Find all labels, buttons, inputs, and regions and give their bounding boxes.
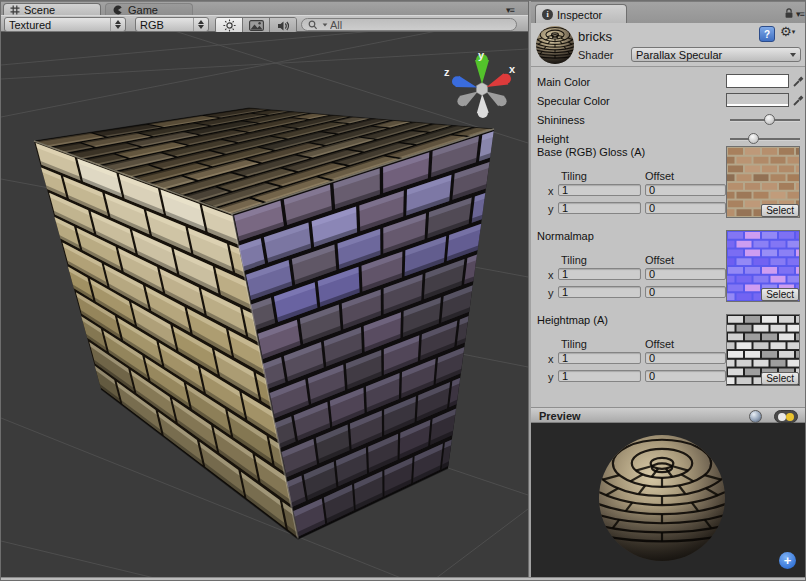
window-bottom-strip [1, 577, 806, 581]
material-sphere-thumbnail[interactable] [535, 25, 575, 65]
property-row-shininess: Shininess [531, 111, 806, 129]
slider-thumb[interactable] [748, 133, 759, 144]
material-header: bricks Shader Parallax Specular ? ⚙▾ [531, 23, 806, 67]
scene-tabstrip: Scene Game ▾≡ [1, 1, 528, 15]
search-icon [308, 20, 320, 30]
axis-gizmo[interactable]: yxz [444, 49, 516, 118]
heightmap-select-button[interactable]: Select [761, 372, 799, 385]
skybox-toggle-button[interactable] [243, 18, 270, 33]
eyedropper-icon[interactable] [792, 93, 805, 107]
tab-inspector-label: Inspector [557, 9, 602, 21]
scene-viewport[interactable]: yxz [1, 32, 528, 577]
specular-color-swatch[interactable] [726, 93, 789, 107]
scene-panel: Scene Game ▾≡ Textured RGB [1, 1, 528, 577]
normalmap-tiling-x-input[interactable] [558, 268, 641, 280]
search-filter-arrow-icon[interactable] [323, 23, 328, 26]
heightmap-offset-y-input[interactable] [645, 370, 726, 382]
map-section-base: Base (RGB) Gloss (A) Tiling Offset x y S… [531, 144, 806, 228]
material-preview-area[interactable]: + [531, 423, 806, 577]
slider-thumb[interactable] [764, 114, 775, 125]
property-row-specular-color: Specular Color [531, 92, 806, 110]
preview-sphere-button[interactable] [749, 410, 762, 423]
property-row-main-color: Main Color [531, 73, 806, 91]
help-icon[interactable]: ? [759, 26, 775, 42]
normalmap-offset-y-input[interactable] [645, 286, 726, 298]
tiling-header: Tiling [561, 170, 587, 182]
shader-dropdown[interactable]: Parallax Specular [631, 47, 801, 62]
main-color-label: Main Color [537, 76, 590, 88]
heightmap-tiling-y-input[interactable] [558, 370, 641, 382]
scene-3d-view[interactable]: yxz [1, 32, 528, 577]
preview-bar: Preview [531, 407, 806, 423]
tab-inspector[interactable]: i Inspector [535, 4, 627, 24]
gear-icon[interactable]: ⚙▾ [780, 24, 795, 39]
shininess-slider[interactable] [730, 111, 800, 129]
normalmap-select-button[interactable]: Select [761, 288, 799, 301]
svg-text:z: z [444, 66, 450, 78]
tiling-header: Tiling [561, 254, 587, 266]
map-section-heightmap: Heightmap (A) Tiling Offset x y Select [531, 312, 806, 396]
preview-sphere [531, 423, 806, 577]
channel-dropdown[interactable]: RGB [135, 17, 209, 32]
map-section-normalmap: Normalmap Tiling Offset x y Select [531, 228, 806, 312]
material-name: bricks [578, 29, 612, 44]
render-mode-dropdown[interactable]: Textured [4, 17, 126, 32]
shader-label: Shader [578, 49, 613, 61]
shininess-label: Shininess [537, 114, 585, 126]
base-texture-thumbnail[interactable]: Select [726, 146, 800, 218]
speaker-icon [277, 20, 290, 32]
base-offset-x-input[interactable] [645, 184, 726, 196]
inspector-tabstrip: i Inspector ▾≡ [531, 1, 806, 23]
offset-header: Offset [645, 170, 674, 182]
search-input[interactable] [330, 19, 510, 31]
normalmap-label: Normalmap [537, 230, 594, 242]
main-color-swatch[interactable] [726, 74, 789, 88]
render-mode-value: Textured [9, 19, 51, 31]
info-icon: i [542, 9, 553, 20]
svg-text:x: x [509, 63, 516, 75]
heightmap-offset-x-input[interactable] [645, 352, 726, 364]
offset-header: Offset [645, 254, 674, 266]
unity-editor-window: Scene Game ▾≡ Textured RGB [0, 0, 806, 581]
lighting-toggle-button[interactable] [216, 18, 243, 33]
base-select-button[interactable]: Select [761, 204, 799, 217]
scene-toolbar: Textured RGB [1, 15, 528, 32]
add-button[interactable]: + [779, 552, 796, 569]
tiling-header: Tiling [561, 338, 587, 350]
normalmap-texture-thumbnail[interactable]: Select [726, 230, 800, 302]
normalmap-offset-x-input[interactable] [645, 268, 726, 280]
scene-panel-menu-icon[interactable]: ▾≡ [506, 6, 514, 15]
svg-text:y: y [478, 49, 485, 61]
inspector-panel: i Inspector ▾≡ bricks Shader Parallax Sp… [531, 1, 806, 577]
updown-arrows-icon [193, 18, 204, 31]
shader-value: Parallax Specular [636, 49, 722, 61]
heightmap-tiling-x-input[interactable] [558, 352, 641, 364]
scene-search-box [301, 18, 517, 31]
eyedropper-icon[interactable] [792, 74, 805, 88]
inspector-panel-menu-icon[interactable]: ▾≡ [796, 10, 804, 19]
channel-value: RGB [140, 19, 164, 31]
lock-icon[interactable] [783, 7, 795, 19]
base-tiling-y-input[interactable] [558, 202, 641, 214]
image-icon [249, 20, 264, 31]
sun-icon [223, 19, 236, 32]
updown-arrows-icon [110, 18, 121, 31]
base-map-label: Base (RGB) Gloss (A) [537, 146, 645, 158]
preview-title: Preview [539, 410, 581, 422]
specular-color-label: Specular Color [537, 95, 610, 107]
audio-toggle-button[interactable] [270, 18, 296, 33]
heightmap-texture-thumbnail[interactable]: Select [726, 314, 800, 386]
heightmap-label: Heightmap (A) [537, 314, 608, 326]
scene-grid-icon [10, 5, 20, 15]
preview-lighting-button[interactable] [774, 410, 798, 423]
base-tiling-x-input[interactable] [558, 184, 641, 196]
offset-header: Offset [645, 338, 674, 350]
base-offset-y-input[interactable] [645, 202, 726, 214]
normalmap-tiling-y-input[interactable] [558, 286, 641, 298]
